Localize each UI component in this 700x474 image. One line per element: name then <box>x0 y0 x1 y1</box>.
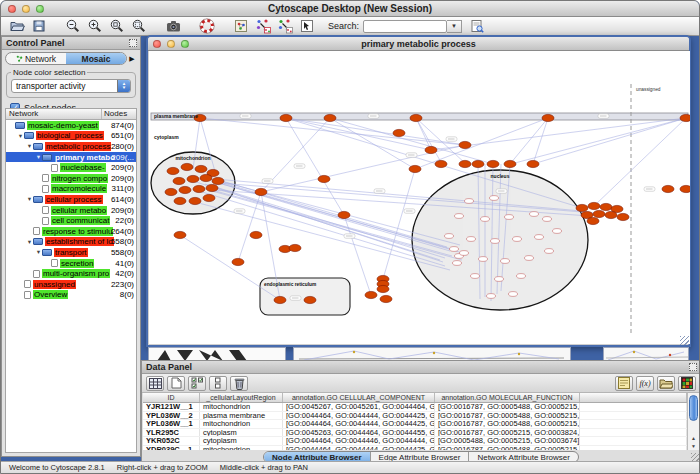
graph-node[interactable] <box>410 114 422 121</box>
tree-row[interactable]: secretion41(0) <box>6 258 136 269</box>
data-panel-title[interactable]: Data Panel <box>142 361 700 374</box>
graph-node[interactable] <box>174 197 186 204</box>
expand-arrow-icon[interactable]: ▼ <box>26 143 33 149</box>
zoom-selected-button[interactable] <box>128 18 150 35</box>
graph-node[interactable] <box>193 185 205 192</box>
zoom-fit-button[interactable] <box>106 18 128 35</box>
graph-node[interactable] <box>605 211 617 218</box>
expand-arrow-icon[interactable]: ▼ <box>26 196 33 202</box>
graph-node[interactable] <box>250 231 262 238</box>
graph-node-small[interactable] <box>505 215 514 220</box>
graph-node-small[interactable] <box>465 199 474 204</box>
graph-node-small[interactable] <box>543 217 552 222</box>
search-input[interactable] <box>363 20 447 33</box>
graph-node[interactable] <box>324 114 336 121</box>
background-window-fragment[interactable] <box>293 347 571 361</box>
graph-node-small[interactable] <box>517 274 526 279</box>
tab-network[interactable]: Network <box>6 53 66 64</box>
graph-node[interactable] <box>338 211 350 218</box>
graph-node-small[interactable] <box>467 237 476 242</box>
graph-node[interactable] <box>409 165 421 172</box>
table-row[interactable]: YJR121W__1mitochondrion[GO:0045267, GO:0… <box>143 403 687 412</box>
tab-overflow-button[interactable]: ▶ <box>127 55 137 63</box>
graph-node-small[interactable] <box>455 214 464 219</box>
column-header[interactable]: annotation.GO CELLULAR_COMPONENT <box>283 393 435 402</box>
tree-row[interactable]: macromolecule311(0) <box>6 184 136 195</box>
graph-node-small[interactable] <box>530 212 539 217</box>
graph-node[interactable] <box>576 204 588 211</box>
tree-row[interactable]: multi-organism pro42(0) <box>6 268 136 279</box>
table-scrollbar[interactable]: ▲ ▼ <box>687 393 699 450</box>
tree-row[interactable]: ▼metabolic process280(0) <box>6 141 136 152</box>
graph-node[interactable] <box>318 175 330 182</box>
select-all-attributes-button[interactable] <box>188 376 206 391</box>
search-dropdown-button[interactable]: ▼ <box>447 20 462 33</box>
graph-node[interactable] <box>212 177 224 184</box>
graph-node[interactable] <box>435 160 447 167</box>
graph-node[interactable] <box>206 184 218 191</box>
column-header[interactable]: annotation.GO MOLECULAR_FUNCTION <box>435 393 580 402</box>
help-button[interactable] <box>196 18 218 35</box>
open-file-button[interactable] <box>6 18 28 35</box>
graph-node[interactable] <box>487 160 499 167</box>
tree-row[interactable]: nitrogen compo209(0) <box>6 173 136 184</box>
tree-row[interactable]: ▼transport558(0) <box>6 247 136 258</box>
unselect-all-attributes-button[interactable] <box>209 376 227 391</box>
graph-node[interactable] <box>200 174 212 181</box>
graph-node-small[interactable] <box>481 217 490 222</box>
graph-node[interactable] <box>527 160 539 167</box>
table-row[interactable]: YPL036W__2plasma membrane[GO:0044464, GO… <box>143 412 687 421</box>
expand-arrow-icon[interactable]: ▼ <box>17 133 24 139</box>
tree-row[interactable]: ▼biological_process651(0) <box>6 131 136 142</box>
graph-node[interactable] <box>588 202 600 209</box>
background-window-fragment[interactable] <box>603 347 689 361</box>
tree-row[interactable]: response to stimulu264(0) <box>6 226 136 237</box>
graph-node[interactable] <box>255 188 267 195</box>
table-row[interactable]: YKR052Ccytoplasm[GO:0044464, GO:0044446,… <box>143 437 687 446</box>
scroll-down-arrow[interactable]: ▼ <box>688 442 699 450</box>
graph-node-small[interactable] <box>490 196 499 201</box>
graph-node-small[interactable] <box>453 261 462 266</box>
graph-node[interactable] <box>304 296 316 303</box>
graph-node-small[interactable] <box>513 237 522 242</box>
tree-row[interactable]: ▼cellular process614(0) <box>6 194 136 205</box>
float-panel-icon[interactable] <box>129 39 137 47</box>
graph-node[interactable] <box>472 160 484 167</box>
graph-node-small[interactable] <box>525 256 534 261</box>
formula-builder-button[interactable]: f(x) <box>636 376 654 391</box>
graph-node-small[interactable] <box>445 234 454 239</box>
graph-node[interactable] <box>380 295 392 302</box>
graph-node[interactable] <box>181 163 193 170</box>
graph-node-small[interactable] <box>545 249 554 254</box>
network-overview-button[interactable] <box>230 18 252 35</box>
tree-row[interactable]: ▼establishment of lo558(0) <box>6 237 136 248</box>
node-color-dropdown[interactable]: transporter activity ▲▼ <box>11 79 131 93</box>
tree-row[interactable]: ▼primary metabo209(... <box>6 152 136 163</box>
graph-node[interactable] <box>680 185 690 192</box>
zoom-out-button[interactable] <box>62 18 84 35</box>
tab-edge-attribute-browser[interactable]: Edge Attribute Browser <box>371 452 470 462</box>
graph-node[interactable] <box>232 258 244 265</box>
graph-node[interactable] <box>459 141 471 148</box>
graph-node[interactable] <box>600 203 612 210</box>
tree-header[interactable]: Network Nodes <box>6 109 136 120</box>
graph-node[interactable] <box>280 114 292 121</box>
graph-node-small[interactable] <box>479 257 488 262</box>
graph-node-small[interactable] <box>487 294 496 299</box>
graph-node[interactable] <box>167 167 179 174</box>
create-attribute-button[interactable] <box>167 376 185 391</box>
tree-row[interactable]: cell communicat22(0) <box>6 215 136 226</box>
graph-node-small[interactable] <box>495 277 504 282</box>
select-mode-button[interactable] <box>296 18 318 35</box>
table-row[interactable]: YLR295Ccytoplasm[GO:0045263, GO:0044464,… <box>143 429 687 438</box>
expand-arrow-icon[interactable]: ▼ <box>26 239 33 245</box>
scroll-up-arrow[interactable]: ▲ <box>688 434 699 442</box>
control-panel-title[interactable]: Control Panel <box>2 37 140 50</box>
attribute-table[interactable]: ID_cellularLayoutRegionannotation.GO CEL… <box>143 393 687 450</box>
expand-arrow-icon[interactable]: ▼ <box>35 154 42 160</box>
column-header[interactable]: ID <box>143 393 200 402</box>
graph-node-small[interactable] <box>450 247 459 252</box>
graph-node-small[interactable] <box>501 259 510 264</box>
graph-node[interactable] <box>174 231 186 238</box>
graph-node[interactable] <box>459 160 471 167</box>
